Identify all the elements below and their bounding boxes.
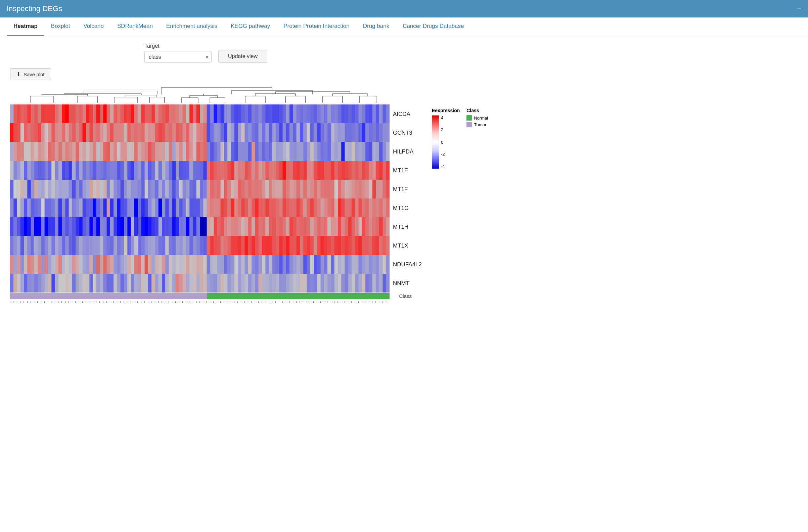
tab-boxplot[interactable]: Boxplot [44,17,77,36]
tick-minus2: -2 [441,152,445,157]
update-view-button[interactable]: Update view [218,50,267,63]
dendrogram-svg [10,84,389,105]
color-bar [432,115,439,169]
download-icon: ⬇ [16,71,21,77]
save-plot-label: Save plot [23,72,45,77]
expression-legend: Eexpression 4 2 0 -2 -4 [432,108,460,169]
target-label: Target [144,43,212,49]
tab-bar: Heatmap Boxplot Volcano SDRankMean Enric… [0,17,808,36]
tab-heatmap[interactable]: Heatmap [7,17,44,36]
target-select[interactable]: class [144,51,212,63]
gene-label-hilpda: HILPDA [393,149,422,154]
legend-inner: Eexpression 4 2 0 -2 -4 [432,108,488,169]
color-bar-ticks: 4 2 0 -2 -4 [439,115,445,169]
gene-label-mt1f: MT1F [393,186,422,192]
save-plot-button[interactable]: ⬇ Save plot [10,68,51,80]
normal-label: Normal [474,115,488,121]
tumor-swatch [466,122,472,127]
tab-cancerdrugs[interactable]: Cancer Drugs Database [396,17,471,36]
bottom-labels-area [10,301,389,375]
normal-swatch [466,115,472,121]
heatmap-left: AICDA GCNT3 HILPDA MT1E MT1F MT1G MT1H M… [10,84,488,375]
tab-ppi[interactable]: Protein Protein Interaction [277,17,356,36]
gene-labels: AICDA GCNT3 HILPDA MT1E MT1F MT1G MT1H M… [389,105,422,293]
main-content: Target class ▾ Update view ⬇ Save plot [0,36,808,532]
tab-enrichment[interactable]: Enrichment analysis [160,17,224,36]
class-legend: Class Normal Tumor [466,108,488,169]
class-legend-title: Class [466,108,488,113]
class-bar-row: Class [10,293,389,300]
gene-label-mt1g: MT1G [393,205,422,211]
gene-label-aicda: AICDA [393,111,422,117]
legend-panel: Eexpression 4 2 0 -2 -4 [422,105,488,293]
gene-label-nnmt: NNMT [393,280,422,286]
class-tumor-item: Tumor [466,122,488,127]
tick-minus4: -4 [441,164,445,169]
tab-volcano[interactable]: Volcano [77,17,111,36]
tumor-label: Tumor [474,122,486,127]
tick-4: 4 [441,115,445,120]
expression-legend-title: Eexpression [432,108,460,113]
gene-label-mt1h: MT1H [393,224,422,230]
class-bar-label: Class [399,293,412,299]
color-bar-wrapper: 4 2 0 -2 -4 [432,115,460,169]
title-bar: Inspecting DEGs − [0,0,808,17]
tab-kegg[interactable]: KEGG pathway [224,17,277,36]
class-normal-item: Normal [466,115,488,121]
gene-label-ndufa4l2: NDUFA4L2 [393,262,422,267]
select-wrapper: class ▾ [144,51,212,63]
target-group: Target class ▾ [144,43,212,63]
tab-sdrankmean[interactable]: SDRankMean [110,17,160,36]
app-title: Inspecting DEGs [7,4,62,13]
minimize-button[interactable]: − [797,5,801,12]
tick-0: 0 [441,140,445,145]
heatmap-row: AICDA GCNT3 HILPDA MT1E MT1F MT1G MT1H M… [10,105,488,293]
class-bar-canvas [10,293,389,299]
tick-2: 2 [441,127,445,132]
bottom-labels-canvas [10,301,389,375]
top-dendrogram [10,84,389,105]
gene-label-mt1e: MT1E [393,168,422,173]
heatmap-section: AICDA GCNT3 HILPDA MT1E MT1F MT1G MT1H M… [10,84,798,375]
save-row: ⬇ Save plot [10,68,798,80]
heatmap-canvas [10,105,389,293]
gene-label-gcnt3: GCNT3 [393,130,422,136]
gene-label-mt1x: MT1X [393,243,422,249]
tab-drugbank[interactable]: Drug bank [356,17,396,36]
